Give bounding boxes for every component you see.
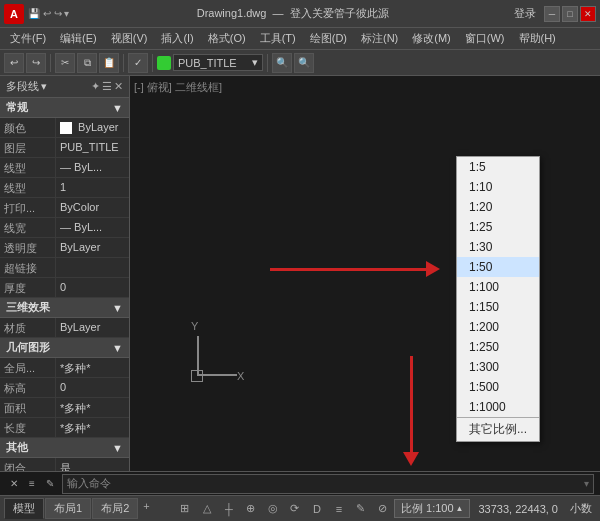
toolbar-redo[interactable]: ↪ [26, 53, 46, 73]
toolbar-undo[interactable]: ↩ [4, 53, 24, 73]
scale-1-30[interactable]: 1:30 [457, 237, 539, 257]
menu-insert[interactable]: 插入(I) [155, 29, 199, 48]
layer-dropdown[interactable]: PUB_TITLE▾ [173, 54, 263, 71]
tab-model[interactable]: 模型 [4, 498, 44, 519]
scale-1-100[interactable]: 1:100 [457, 277, 539, 297]
scale-1-150[interactable]: 1:150 [457, 297, 539, 317]
login-link[interactable]: 登录 [514, 6, 536, 21]
prop-material-value[interactable]: ByLayer [56, 318, 129, 337]
menu-view[interactable]: 视图(V) [105, 29, 154, 48]
drawing-canvas[interactable]: [-] 俯视] 二维线框] Y X 1:5 1:10 [130, 76, 600, 471]
toolbar-zoom-out[interactable]: 🔍 [294, 53, 314, 73]
toolbar-paste[interactable]: 📋 [99, 53, 119, 73]
layer-color-swatch [157, 56, 171, 70]
menu-tools[interactable]: 工具(T) [254, 29, 302, 48]
properties-type-dropdown[interactable]: 多段线 ▾ [6, 79, 47, 94]
status-lw[interactable]: ≡ [330, 500, 348, 518]
prop-toggle-3[interactable]: ✕ [114, 80, 123, 93]
prop-color: 颜色 ByLayer [0, 118, 129, 138]
menu-file[interactable]: 文件(F) [4, 29, 52, 48]
prop-thickness-label: 厚度 [0, 278, 56, 297]
scale-1-25[interactable]: 1:25 [457, 217, 539, 237]
menu-dimension[interactable]: 标注(N) [355, 29, 404, 48]
scale-1-50[interactable]: 1:50 [457, 257, 539, 277]
scale-indicator-arrow: ▲ [456, 504, 464, 513]
prop-layer-value[interactable]: PUB_TITLE [56, 138, 129, 157]
scale-other[interactable]: 其它比例... [457, 417, 539, 441]
prop-area: 面积 *多种* [0, 398, 129, 418]
scale-1-10[interactable]: 1:10 [457, 177, 539, 197]
status-tp[interactable]: ✎ [352, 500, 370, 518]
section-general[interactable]: 常规 ▼ [0, 98, 129, 118]
prop-linescale-value[interactable]: 1 [56, 178, 129, 197]
cmd-close-btn[interactable]: ✕ [6, 476, 22, 492]
prop-lineweight-label: 线宽 [0, 218, 56, 237]
menu-modify[interactable]: 修改(M) [406, 29, 457, 48]
prop-layer-label: 图层 [0, 138, 56, 157]
menu-help[interactable]: 帮助(H) [513, 29, 562, 48]
scale-1-20[interactable]: 1:20 [457, 197, 539, 217]
minimize-button[interactable]: ─ [544, 6, 560, 22]
maximize-button[interactable]: □ [562, 6, 578, 22]
section-geometry[interactable]: 几何图形 ▼ [0, 338, 129, 358]
prop-toggle-1[interactable]: ✦ [91, 80, 100, 93]
scale-1-300[interactable]: 1:300 [457, 357, 539, 377]
prop-thickness-value[interactable]: 0 [56, 278, 129, 297]
window-controls[interactable]: ─ □ ✕ [544, 6, 596, 22]
toolbar-match[interactable]: ✓ [128, 53, 148, 73]
status-ortho[interactable]: ┼ [220, 500, 238, 518]
prop-global-label: 全局... [0, 358, 56, 377]
x-axis-label: X [237, 370, 244, 382]
scale-1-1000[interactable]: 1:1000 [457, 397, 539, 417]
prop-print-value[interactable]: ByColor [56, 198, 129, 217]
menu-draw[interactable]: 绘图(D) [304, 29, 353, 48]
section-other[interactable]: 其他 ▼ [0, 438, 129, 458]
cmd-pen-btn[interactable]: ✎ [42, 476, 58, 492]
tab-add[interactable]: + [139, 498, 153, 519]
close-button[interactable]: ✕ [580, 6, 596, 22]
section-3d[interactable]: 三维效果 ▼ [0, 298, 129, 318]
prop-color-value[interactable]: ByLayer [56, 118, 129, 137]
toolbar-zoom-in[interactable]: 🔍 [272, 53, 292, 73]
menu-edit[interactable]: 编辑(E) [54, 29, 103, 48]
command-input-wrapper[interactable]: 输入命令 ▾ [62, 474, 594, 494]
status-snap[interactable]: △ [198, 500, 216, 518]
status-icons: ⊞ △ ┼ ⊕ ◎ ⟳ D ≡ ✎ ⊘ [176, 500, 392, 518]
tab-layout2[interactable]: 布局2 [92, 498, 138, 519]
prop-closed-value[interactable]: 是 [56, 458, 129, 471]
prop-transparency-label: 透明度 [0, 238, 56, 257]
status-tabs: 模型 布局1 布局2 + [4, 498, 154, 519]
command-dropdown-arrow[interactable]: ▾ [584, 478, 589, 489]
scale-indicator[interactable]: 比例 1:100 ▲ [394, 499, 471, 518]
prop-global-value[interactable]: *多种* [56, 358, 129, 377]
prop-lineweight-value[interactable]: — ByL... [56, 218, 129, 237]
prop-transparency-value[interactable]: ByLayer [56, 238, 129, 257]
prop-elevation-value[interactable]: 0 [56, 378, 129, 397]
status-osnap[interactable]: ◎ [264, 500, 282, 518]
status-polar[interactable]: ⊕ [242, 500, 260, 518]
menu-window[interactable]: 窗口(W) [459, 29, 511, 48]
scale-1-5[interactable]: 1:5 [457, 157, 539, 177]
menu-format[interactable]: 格式(O) [202, 29, 252, 48]
scale-1-250[interactable]: 1:250 [457, 337, 539, 357]
scale-1-200[interactable]: 1:200 [457, 317, 539, 337]
prop-hyperlink-value[interactable] [56, 258, 129, 277]
properties-header: 多段线 ▾ ✦ ☰ ✕ [0, 76, 129, 98]
toolbar-cut[interactable]: ✂ [55, 53, 75, 73]
status-track[interactable]: ⟳ [286, 500, 304, 518]
status-sc[interactable]: ⊘ [374, 500, 392, 518]
prop-area-value[interactable]: *多种* [56, 398, 129, 417]
scale-dropdown[interactable]: 1:5 1:10 1:20 1:25 1:30 1:50 1:100 1:150… [456, 156, 540, 442]
status-dyn[interactable]: D [308, 500, 326, 518]
tab-layout1[interactable]: 布局1 [45, 498, 91, 519]
prop-length-value[interactable]: *多种* [56, 418, 129, 437]
status-grid[interactable]: ⊞ [176, 500, 194, 518]
prop-color-label: 颜色 [0, 118, 56, 137]
scale-1-500[interactable]: 1:500 [457, 377, 539, 397]
cmd-options-btn[interactable]: ≡ [24, 476, 40, 492]
toolbar-copy[interactable]: ⧉ [77, 53, 97, 73]
quick-access[interactable]: 💾 ↩ ↪ ▾ [28, 8, 69, 19]
status-decimals: 小数 [566, 501, 596, 516]
prop-toggle-2[interactable]: ☰ [102, 80, 112, 93]
prop-linetype-value[interactable]: — ByL... [56, 158, 129, 177]
